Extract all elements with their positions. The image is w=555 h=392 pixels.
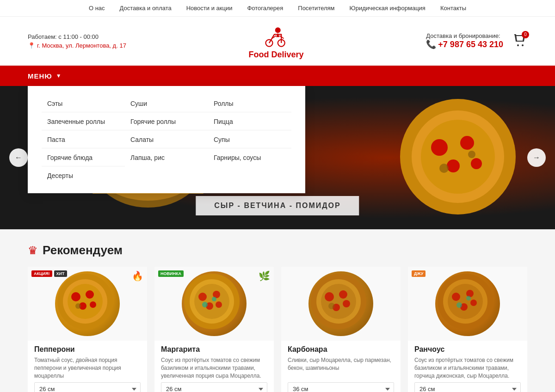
logo-delivery: Delivery xyxy=(271,50,304,59)
menu-item-hot-dishes[interactable]: Горячие блюда xyxy=(42,149,125,166)
menu-item-soups[interactable]: Супы xyxy=(208,131,291,148)
product-desc-3: Сливки, сыр Моцарелла, сыр пармезан, бек… xyxy=(288,356,394,380)
product-card-margarita: НОВИНКА 🌿 xyxy=(154,267,274,392)
svg-point-33 xyxy=(216,301,222,308)
menu-item-sets[interactable]: Сэты xyxy=(42,95,125,112)
phone-number: 📞 +7 987 65 43 210 xyxy=(426,39,503,49)
logo[interactable]: Food Delivery xyxy=(249,22,304,60)
logo-food: Food xyxy=(249,50,269,59)
menu-item-sushi[interactable]: Суши xyxy=(125,95,208,112)
pizza-svg-1 xyxy=(55,271,115,331)
phone-icon: 📞 xyxy=(426,39,436,49)
dropdown-col-2: Суши Горячие роллы Салаты Лапша, рис xyxy=(125,95,208,184)
leaf-icon: 🌿 xyxy=(259,270,270,282)
svg-point-48 xyxy=(466,290,474,297)
svg-point-26 xyxy=(75,303,81,309)
menu-item-rolls[interactable]: Роллы xyxy=(208,95,291,112)
fire-icon: 🔥 xyxy=(132,270,143,282)
svg-point-46 xyxy=(448,284,483,319)
menu-item-noodles[interactable]: Лапша, рис xyxy=(125,149,208,166)
svg-point-16 xyxy=(471,158,482,169)
menu-item-garnish[interactable]: Гарниры, соусы xyxy=(208,149,291,166)
product-body-2: Маргарита Соус из протёртых томатов со с… xyxy=(154,341,274,380)
product-desc-4: Соус из протёртых томатов со свежим бази… xyxy=(414,356,521,380)
size-select-3[interactable]: 26 см 36 см xyxy=(288,382,394,392)
svg-point-30 xyxy=(198,293,207,301)
menu-item-pasta[interactable]: Паста xyxy=(42,131,125,148)
header-info: Работаем: с 11:00 - 00:00 📍 г. Москва, у… xyxy=(28,33,126,49)
product-card-carbonara: Карбонара Сливки, сыр Моцарелла, сыр пар… xyxy=(281,267,401,392)
hero-prev-button[interactable]: ← xyxy=(9,148,28,167)
svg-point-42 xyxy=(343,300,350,307)
menu-item-pizza[interactable]: Пицца xyxy=(208,113,291,130)
hero-subtitle: СЫР - ВЕТЧИНА - ПОМИДОР xyxy=(214,202,340,209)
dropdown-col-3: Роллы Пицца Супы Гарниры, соусы xyxy=(208,95,291,184)
svg-point-12 xyxy=(421,120,495,194)
svg-point-50 xyxy=(470,300,477,306)
address: 📍 г. Москва, ул. Лермонтова, д. 17 xyxy=(28,42,126,49)
product-body-4: Ранчоус Соус из протёртых томатов со све… xyxy=(408,341,527,380)
menu-dropdown: Сэты Запеченные роллы Паста Горячие блюд… xyxy=(28,86,305,193)
size-select-1[interactable]: 26 см 36 см xyxy=(34,382,141,392)
cart-button[interactable]: 0 xyxy=(512,33,527,49)
nav-legal[interactable]: Юридическая информация xyxy=(350,5,426,12)
pizza-svg-3 xyxy=(308,271,369,331)
nav-delivery[interactable]: Доставка и оплата xyxy=(120,5,172,12)
badge-dju: ДЖУ xyxy=(412,270,426,277)
svg-point-34 xyxy=(202,302,208,307)
top-navigation: О нас Доставка и оплата Новости и акции … xyxy=(0,0,555,17)
menu-item-desserts[interactable]: Десерты xyxy=(42,167,125,184)
site-header: Работаем: с 11:00 - 00:00 📍 г. Москва, у… xyxy=(0,17,555,66)
product-name-2: Маргарита xyxy=(161,345,267,354)
product-size-row-2: 26 см 36 см xyxy=(154,380,274,392)
crown-icon: ♛ xyxy=(28,244,38,257)
svg-point-15 xyxy=(447,159,460,172)
product-body-3: Карбонара Сливки, сыр Моцарелла, сыр пар… xyxy=(281,341,401,380)
nav-contacts[interactable]: Контакты xyxy=(440,5,466,12)
size-select-4[interactable]: 26 см 36 см xyxy=(414,382,521,392)
svg-point-38 xyxy=(321,284,356,319)
working-hours: Работаем: с 11:00 - 00:00 xyxy=(28,33,126,40)
products-grid: АКЦИЯ! ХИТ 🔥 xyxy=(28,267,527,392)
menu-label: МЕНЮ xyxy=(28,72,52,80)
logo-icon xyxy=(262,22,290,50)
svg-point-4 xyxy=(522,44,524,46)
svg-point-47 xyxy=(452,293,460,301)
product-name-3: Карбонара xyxy=(288,345,394,354)
location-icon: 📍 xyxy=(28,42,35,49)
menu-item-hot-rolls[interactable]: Горячие роллы xyxy=(125,113,208,130)
badge-new: НОВИНКА xyxy=(158,270,184,277)
chevron-down-icon: ▼ xyxy=(56,73,62,79)
section-title: Рекомендуем xyxy=(43,243,123,257)
svg-point-2 xyxy=(275,27,281,33)
svg-point-25 xyxy=(90,301,96,308)
header-contact: Доставка и бронирование: 📞 +7 987 65 43 … xyxy=(426,32,527,49)
svg-point-51 xyxy=(456,302,462,308)
svg-point-35 xyxy=(212,297,216,301)
product-badges-2: НОВИНКА xyxy=(158,270,184,277)
cart-badge: 0 xyxy=(522,31,529,38)
product-size-row-1: 26 см 36 см xyxy=(28,380,147,392)
svg-point-22 xyxy=(71,292,80,301)
product-card-ranchos: ДЖУ Ранчоус xyxy=(408,267,527,392)
nav-visitors[interactable]: Посетителям xyxy=(298,5,334,12)
hero-next-button[interactable]: → xyxy=(527,148,546,167)
product-image-1 xyxy=(55,271,120,336)
product-image-4 xyxy=(435,271,500,336)
menu-button[interactable]: МЕНЮ ▼ xyxy=(28,72,62,80)
svg-point-40 xyxy=(339,290,347,299)
size-select-2[interactable]: 26 см 36 см xyxy=(161,382,267,392)
nav-about[interactable]: О нас xyxy=(89,5,105,12)
badge-hit: ХИТ xyxy=(54,270,67,277)
product-badges-1: АКЦИЯ! ХИТ xyxy=(31,270,67,277)
menu-item-baked-rolls[interactable]: Запеченные роллы xyxy=(42,113,125,130)
hero-pizza-right-img xyxy=(388,97,527,217)
product-size-row-3: 26 см 36 см xyxy=(281,380,401,392)
menu-item-salads[interactable]: Салаты xyxy=(125,131,208,148)
nav-news[interactable]: Новости и акции xyxy=(186,5,233,12)
product-image-wrap-2: НОВИНКА 🌿 xyxy=(154,267,274,341)
svg-point-52 xyxy=(466,296,471,300)
product-name-1: Пепперони xyxy=(34,345,141,354)
svg-point-23 xyxy=(86,290,94,299)
nav-gallery[interactable]: Фотогалерея xyxy=(247,5,283,12)
